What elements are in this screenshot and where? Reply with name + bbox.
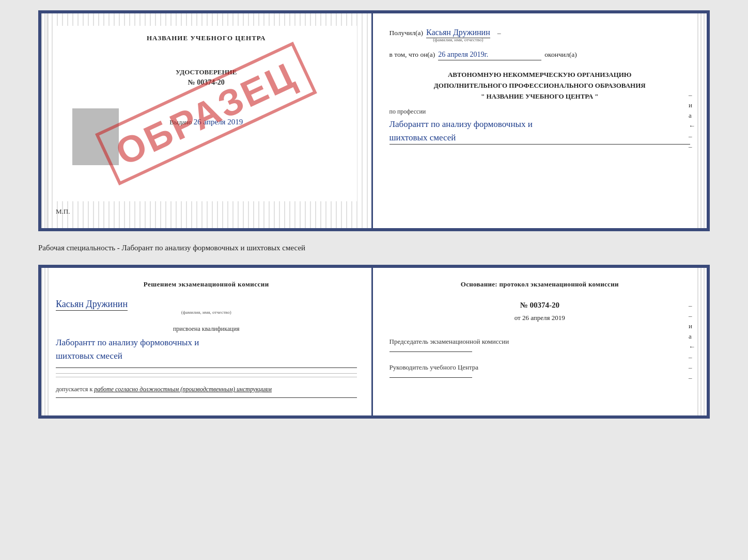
obrazec-stamp: ОБРАЗЕЦ [95, 42, 317, 186]
допускается-label: допускается к [56, 386, 92, 393]
qual-right-binding [697, 268, 707, 415]
qual-line1: Лаборантт по анализу формовочных и [56, 336, 357, 349]
qual-director-label: Руководитель учебного Центра [389, 362, 691, 373]
left-binding-decoration [41, 13, 49, 228]
допускается-value: работе согласно должностным (производств… [94, 386, 272, 393]
received-label: Получил(а) [389, 29, 424, 37]
specialty-text: Рабочая специальность - Лаборант по анал… [38, 239, 710, 257]
cert-right-panel: Получил(а) Касьян Дружинин (фамилия, имя… [373, 13, 707, 228]
qual-left-binding [41, 268, 49, 415]
qual-right-panel: Основание: протокол экзаменационной коми… [373, 268, 707, 415]
date-prefix: в том, что он(а) [389, 51, 435, 59]
qual-divider3 [56, 377, 357, 377]
qual-chairman-sign [389, 351, 472, 352]
qual-допускается: допускается к работе согласно должностны… [56, 386, 357, 393]
cert-left-panel: НАЗВАНИЕ УЧЕБНОГО ЦЕНТРА УДОСТОВЕРЕНИЕ №… [41, 13, 373, 228]
issued-date: 26 апреля 2019 [194, 118, 243, 126]
qual-divider2 [56, 373, 357, 374]
cert-fio-note: (фамилия, имя, отчество) [426, 37, 490, 42]
org-line2: ДОПОЛНИТЕЛЬНОГО ПРОФЕССИОНАЛЬНОГО ОБРАЗО… [389, 81, 691, 91]
date-from-prefix: от [515, 314, 521, 322]
qual-section-title: Решением экзаменационной комиссии [56, 280, 357, 289]
qual-line2: шихтовых смесей [56, 349, 357, 363]
cert-prof-label: по профессии [389, 108, 691, 116]
cert-mp: М.П. [56, 207, 357, 216]
qual-divider4 [56, 397, 357, 398]
prof-line2: шихтовых смесей [389, 131, 691, 145]
cert-fio: Касьян Дружинин [426, 28, 490, 38]
cert-received-line: Получил(а) Касьян Дружинин (фамилия, имя… [389, 28, 691, 42]
qual-value: Лаборантт по анализу формовочных и шихто… [56, 336, 357, 362]
issued-label: Выдано [169, 118, 192, 126]
qual-fio: Касьян Дружинин [56, 299, 128, 311]
qualification-book: Решением экзаменационной комиссии Касьян… [38, 265, 710, 419]
qual-fio-line: Касьян Дружинин (фамилия, имя, отчество) [56, 299, 357, 315]
dash-separator: – [497, 29, 501, 37]
cert-date: 26 апреля 2019г. [438, 51, 541, 60]
org-line1: АВТОНОМНУЮ НЕКОММЕРЧЕСКУЮ ОРГАНИЗАЦИЮ [389, 70, 691, 81]
qual-left-panel: Решением экзаменационной комиссии Касьян… [41, 268, 373, 415]
qual-osnov-label: Основание: протокол экзаменационной коми… [389, 280, 691, 289]
qual-label: присвоена квалификация [56, 325, 357, 333]
cert-date-line: в том, что он(а) 26 апреля 2019г. окончи… [389, 51, 691, 60]
qual-chairman-label: Председатель экзаменационной комиссии [389, 337, 691, 347]
cert-doc-number: № 00374-20 [64, 78, 349, 87]
photo-placeholder [72, 108, 119, 165]
qual-director-sign [389, 377, 472, 378]
qual-protocol-number: № 00374-20 [389, 301, 691, 310]
org-line3: " НАЗВАНИЕ УЧЕБНОГО ЦЕНТРА " [389, 91, 691, 102]
cert-school-name: НАЗВАНИЕ УЧЕБНОГО ЦЕНТРА [64, 34, 349, 42]
cert-doc-label: УДОСТОВЕРЕНИЕ [64, 68, 349, 76]
side-letters-right: – и а ← – – [689, 91, 695, 151]
date-suffix: окончил(а) [544, 51, 576, 59]
cert-left-content: НАЗВАНИЕ УЧЕБНОГО ЦЕНТРА УДОСТОВЕРЕНИЕ №… [56, 26, 357, 201]
cert-prof-value: Лаборантт по анализу формовочных и шихто… [389, 118, 691, 145]
cert-org-block: АВТОНОМНУЮ НЕКОММЕРЧЕСКУЮ ОРГАНИЗАЦИЮ ДО… [389, 70, 691, 102]
qual-protocol-date: от 26 апреля 2019 [389, 314, 691, 322]
certificate-book: НАЗВАНИЕ УЧЕБНОГО ЦЕНТРА УДОСТОВЕРЕНИЕ №… [38, 10, 710, 231]
qual-side-letters: – – и а ← – – – [689, 301, 695, 382]
right-binding-decoration [697, 13, 707, 228]
prof-line1: Лаборантт по анализу формовочных и [389, 118, 691, 131]
qual-date-value: 26 апреля 2019 [522, 314, 565, 322]
qual-divider1 [56, 367, 357, 368]
